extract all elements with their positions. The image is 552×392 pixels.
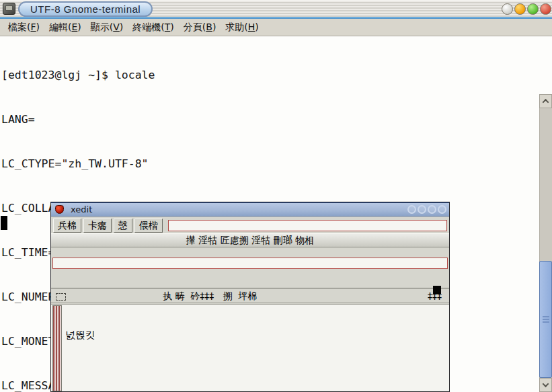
menu-view[interactable]: 顯示(V) (86, 19, 128, 36)
xedit-status-right-text: ‡‡‡ (428, 290, 442, 301)
xedit-minimize-button[interactable] (418, 205, 426, 214)
chevron-up-icon (543, 99, 549, 106)
xedit-extra-button[interactable]: 偎楷 (134, 219, 163, 233)
menu-edit[interactable]: 編輯(E) (44, 19, 86, 36)
terminal-menubar: 檔案(F) 編輯(E) 顯示(V) 終端機(T) 分頁(B) 求助(H) (0, 19, 552, 36)
xedit-maximize-button[interactable] (428, 205, 436, 214)
xedit-close-button[interactable] (438, 205, 446, 214)
xedit-text-area[interactable]: 넔뛵킷 뜰 겇 쩔 둥 낛낸 쏨듯 빶듀 떶볘 뎿 녯뜀뚱맞앷답 뻪 맽 됊맞섕… (51, 304, 449, 391)
xedit-titlebar[interactable]: xedit (51, 202, 449, 217)
xedit-quit-button[interactable]: 兵棉 (53, 219, 81, 233)
terminal-titlebar[interactable]: UTF-8 Gnome-terminal (0, 0, 552, 17)
terminal-window-icon (3, 3, 15, 15)
menu-file[interactable]: 檔案(F) (3, 19, 44, 36)
xedit-window: xedit 兵棉 卡癟 愨 偎楷 攆 淫牯 匠慮搠 淫牯 刪瑯 物相 执 畴 砛… (50, 202, 450, 392)
terminal-window-title: UTF-8 Gnome-terminal (18, 1, 153, 17)
xedit-status-text: 执 畴 砛‡‡‡ 搠 坪棉 (163, 290, 258, 303)
xedit-text-content: 넔뛵킷 뜰 겇 쩔 둥 낛낸 쏨듯 빶듀 떶볘 뎿 녯뜀뚱맞앷답 뻪 맽 됊맞섕… (65, 307, 185, 392)
terminal-cursor (1, 216, 7, 230)
xedit-text-line: 넔뛵킷 (65, 329, 185, 341)
xedit-window-controls (407, 205, 446, 214)
xedit-vertical-scrollbar[interactable] (52, 305, 62, 391)
terminal-line: LANG= (1, 112, 539, 127)
chevron-down-icon (543, 381, 549, 387)
desktop-screenshot: UTF-8 Gnome-terminal 檔案(F) 編輯(E) 顯示(V) 終… (0, 0, 552, 392)
xedit-message-bar: 攆 淫牯 匠慮搠 淫牯 刪瑯 物相 (51, 233, 449, 247)
scrollbar-grip-icon (543, 316, 549, 323)
menu-help[interactable]: 求助(H) (221, 19, 263, 36)
terminal-line: LC_CTYPE="zh_TW.UTF-8" (1, 157, 539, 171)
xedit-save-button[interactable]: 卡癟 (83, 219, 112, 233)
xedit-app-icon (55, 205, 64, 214)
xedit-window-title: xedit (71, 204, 92, 214)
scroll-down-button[interactable] (539, 378, 552, 392)
xedit-message-field[interactable] (52, 258, 448, 269)
terminal-line: [edt1023@lgj ~]$ locale (1, 68, 539, 83)
xedit-text-line (65, 364, 185, 375)
maximize-button[interactable] (527, 3, 539, 15)
close-button[interactable] (540, 3, 551, 15)
xedit-shade-button[interactable] (407, 205, 416, 214)
xedit-command-row: 兵棉 卡癟 愨 偎楷 (51, 217, 449, 233)
xedit-caret-box-icon (56, 293, 66, 301)
terminal-scrollbar[interactable] (539, 94, 552, 392)
minimize-button[interactable] (514, 3, 526, 15)
menu-tabs[interactable]: 分頁(B) (179, 19, 221, 36)
xedit-status-bar: 执 畴 砛‡‡‡ 搠 坪棉 ‡‡‡ (51, 288, 449, 303)
shade-button[interactable] (502, 3, 513, 15)
scrollbar-thumb[interactable] (539, 261, 552, 378)
menu-terminal[interactable]: 終端機(T) (128, 19, 179, 36)
window-controls (502, 3, 551, 15)
scroll-up-button[interactable] (539, 94, 552, 108)
xedit-filename-field[interactable] (168, 220, 447, 231)
xedit-message-text: 攆 淫牯 匠慮搠 淫牯 刪瑯 物相 (186, 235, 314, 245)
xedit-load-button[interactable]: 愨 (114, 219, 132, 233)
